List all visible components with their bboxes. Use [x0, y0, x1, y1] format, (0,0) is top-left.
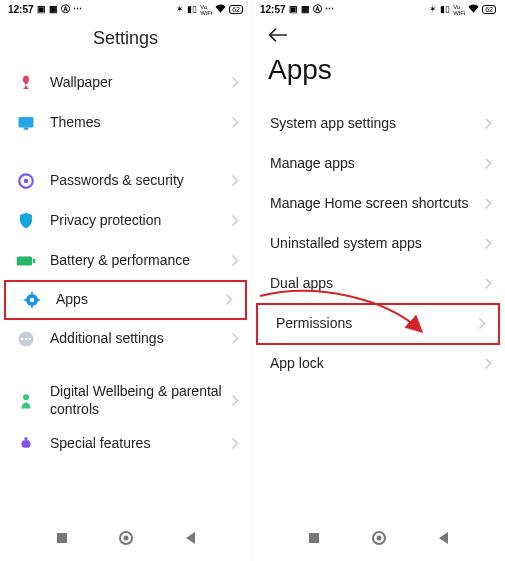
svg-rect-17	[25, 437, 28, 440]
chevron-right-icon	[232, 74, 239, 92]
chevron-right-icon	[226, 291, 233, 309]
chevron-right-icon	[232, 252, 239, 270]
shield-check-icon	[14, 169, 38, 193]
settings-item-apps[interactable]: Apps	[4, 280, 247, 320]
apps-item-dual-apps[interactable]: Dual apps	[252, 264, 504, 304]
settings-item-privacy[interactable]: Privacy protection	[0, 201, 251, 241]
chevron-right-icon	[485, 115, 492, 133]
chevron-right-icon	[232, 114, 239, 132]
vowifi-icon: VoWiFi	[453, 4, 465, 16]
status-bar: 12:57 ▣ ▦ Ⓐ ⋯ ✶ ▮▯ VoWiFi 62	[0, 0, 251, 18]
svg-point-16	[23, 394, 29, 400]
svg-rect-21	[309, 533, 319, 543]
svg-point-14	[25, 338, 27, 340]
signal-icon: ▮▯	[440, 5, 450, 14]
chevron-right-icon	[479, 315, 486, 333]
settings-item-passwords-security[interactable]: Passwords & security	[0, 161, 251, 201]
notif-icon: ▦	[49, 5, 58, 14]
row-label: Themes	[50, 114, 232, 132]
svg-rect-5	[33, 259, 35, 264]
row-label: App lock	[270, 355, 485, 373]
notif-icon: ▦	[301, 5, 310, 14]
chevron-right-icon	[485, 155, 492, 173]
themes-icon	[14, 111, 38, 135]
settings-item-battery[interactable]: Battery & performance	[0, 241, 251, 281]
settings-item-special[interactable]: Special features	[0, 424, 251, 464]
status-time: 12:57	[260, 4, 286, 15]
settings-item-wallpaper[interactable]: Wallpaper	[0, 63, 251, 103]
apps-item-uninstalled-system[interactable]: Uninstalled system apps	[252, 224, 504, 264]
gear-icon	[20, 288, 44, 312]
vowifi-icon: VoWiFi	[200, 4, 212, 16]
nav-recent-button[interactable]	[307, 531, 321, 549]
settings-item-wellbeing[interactable]: Digital Wellbeing & parental controls	[0, 377, 251, 424]
row-label: Dual apps	[270, 275, 485, 293]
battery-icon: 62	[229, 5, 243, 14]
apps-screen: 12:57 ▣ ▦ Ⓐ ⋯ ✶ ▮▯ VoWiFi 62 Apps	[252, 0, 504, 561]
nav-recent-button[interactable]	[55, 531, 69, 549]
svg-rect-9	[31, 305, 33, 308]
nav-back-button[interactable]	[437, 531, 449, 549]
page-title: Apps	[252, 50, 504, 104]
apps-item-home-shortcuts[interactable]: Manage Home screen shortcuts	[252, 184, 504, 224]
notif-icon: Ⓐ	[313, 5, 322, 14]
svg-point-7	[30, 298, 35, 303]
settings-item-additional[interactable]: Additional settings	[0, 319, 251, 359]
battery-icon	[14, 249, 38, 273]
nav-home-button[interactable]	[371, 530, 387, 550]
notif-more-icon: ⋯	[325, 5, 334, 14]
wallpaper-icon	[14, 71, 38, 95]
page-title: Settings	[0, 18, 251, 63]
bluetooth-icon: ✶	[176, 5, 184, 14]
nav-bar	[252, 519, 504, 561]
svg-rect-4	[17, 256, 32, 265]
row-label: Additional settings	[50, 330, 232, 348]
settings-item-themes[interactable]: Themes	[0, 103, 251, 143]
svg-rect-10	[24, 299, 27, 301]
svg-point-20	[124, 536, 129, 541]
nav-back-button[interactable]	[184, 531, 196, 549]
svg-rect-0	[19, 117, 34, 128]
wellbeing-icon	[14, 389, 38, 413]
nav-home-button[interactable]	[118, 530, 134, 550]
row-label: Manage apps	[270, 155, 485, 173]
back-button[interactable]	[268, 28, 288, 45]
apps-item-manage-apps[interactable]: Manage apps	[252, 144, 504, 184]
special-features-icon	[14, 432, 38, 456]
chevron-right-icon	[232, 392, 239, 410]
wifi-icon	[215, 4, 226, 15]
more-icon	[14, 327, 38, 351]
row-label: Wallpaper	[50, 74, 232, 92]
row-label: Apps	[56, 291, 226, 309]
status-time: 12:57	[8, 4, 34, 15]
chevron-right-icon	[232, 330, 239, 348]
apps-item-system-app-settings[interactable]: System app settings	[252, 104, 504, 144]
notif-icon: ▣	[289, 5, 298, 14]
svg-rect-1	[24, 128, 29, 130]
bluetooth-icon: ✶	[429, 5, 437, 14]
row-label: Uninstalled system apps	[270, 235, 485, 253]
signal-icon: ▮▯	[187, 5, 197, 14]
apps-item-app-lock[interactable]: App lock	[252, 344, 504, 384]
chevron-right-icon	[485, 355, 492, 373]
shield-icon	[14, 209, 38, 233]
row-label: Digital Wellbeing & parental controls	[50, 383, 232, 418]
chevron-right-icon	[485, 275, 492, 293]
svg-point-3	[24, 179, 29, 184]
status-bar: 12:57 ▣ ▦ Ⓐ ⋯ ✶ ▮▯ VoWiFi 62	[252, 0, 504, 18]
svg-rect-11	[37, 299, 40, 301]
row-label: Battery & performance	[50, 252, 232, 270]
row-label: Privacy protection	[50, 212, 232, 230]
notif-more-icon: ⋯	[73, 5, 82, 14]
settings-screen: 12:57 ▣ ▦ Ⓐ ⋯ ✶ ▮▯ VoWiFi 62 Settings	[0, 0, 252, 561]
row-label: Permissions	[276, 315, 479, 333]
svg-rect-18	[57, 533, 67, 543]
notif-icon: Ⓐ	[61, 5, 70, 14]
svg-point-23	[377, 536, 382, 541]
row-label: Manage Home screen shortcuts	[270, 195, 485, 213]
row-label: Special features	[50, 435, 232, 453]
svg-point-13	[21, 338, 23, 340]
svg-rect-8	[31, 292, 33, 295]
apps-item-permissions[interactable]: Permissions	[256, 303, 500, 345]
nav-bar	[0, 519, 251, 561]
